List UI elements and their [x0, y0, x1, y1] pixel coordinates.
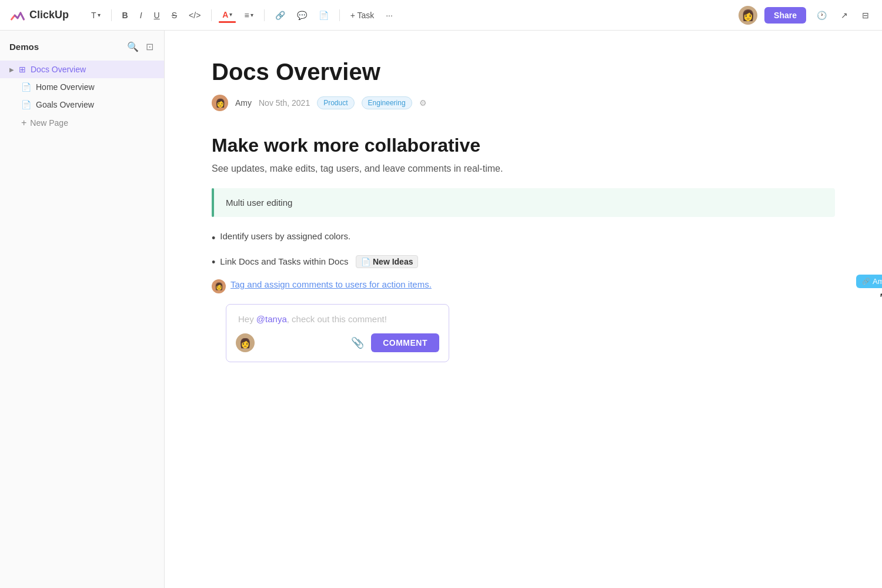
sidebar-item-home-overview[interactable]: 📄 Home Overview	[0, 78, 164, 96]
bullet-dot-1: •	[212, 232, 215, 245]
sidebar-new-page[interactable]: + New Page	[0, 113, 164, 132]
link-button[interactable]: 🔗	[272, 8, 289, 22]
sidebar-item-label: Goals Overview	[36, 100, 94, 109]
bold-button[interactable]: B	[119, 8, 132, 22]
amy-tooltip-label: Amy	[873, 277, 882, 286]
layout-button[interactable]: ⊟	[858, 8, 873, 22]
doc-title: Docs Overview	[212, 59, 835, 85]
bullet-dot-2: •	[212, 256, 215, 269]
comment-toolbar-button[interactable]: 💬	[293, 8, 310, 22]
bullet-list: • Identify users by assigned colors. • L…	[212, 231, 835, 293]
tag-product[interactable]: Product	[317, 96, 354, 109]
block-quote: Multi user editing	[212, 188, 835, 217]
attachment-button[interactable]: 📄	[315, 8, 332, 22]
sidebar-search-button[interactable]: 🔍	[126, 40, 140, 54]
author-avatar: 👩	[212, 95, 228, 111]
toolbar-divider-4	[339, 9, 340, 21]
sidebar-item-label: Docs Overview	[31, 65, 86, 74]
sidebar-item-label: Home Overview	[36, 82, 95, 92]
sidebar-item-docs-overview[interactable]: ▶ ⊞ Docs Overview	[0, 61, 164, 78]
underline-button[interactable]: U	[151, 8, 163, 22]
bullet-text-2: Link Docs and Tasks within Docs 📄 New Id…	[220, 255, 418, 268]
document-content: Docs Overview 👩 Amy Nov 5th, 2021 Produc…	[165, 31, 882, 588]
app-logo[interactable]: ClickUp	[9, 7, 69, 24]
attach-icon[interactable]: 📎	[351, 336, 364, 349]
sidebar: Demos 🔍 ⊡ ▶ ⊞ Docs Overview 📄 Home Overv…	[0, 31, 165, 588]
clickup-logo-icon	[9, 7, 26, 24]
app-name: ClickUp	[29, 9, 69, 21]
doc-author: Amy	[235, 98, 252, 108]
expand-button[interactable]: ↗	[837, 8, 851, 22]
add-task-button[interactable]: + Task	[347, 8, 378, 22]
workspace-title: Demos	[9, 42, 39, 52]
font-color-button[interactable]: A ▾	[219, 8, 236, 23]
comment-box: Hey @tanya, check out this comment! 👩 📎 …	[226, 304, 449, 362]
user-avatar[interactable]: 👩	[739, 6, 757, 25]
toolbar-divider-3	[264, 9, 265, 21]
sidebar-docs-icon: ⊞	[19, 65, 26, 74]
comment-mention: @tanya	[256, 314, 287, 324]
bullet-item-2: • Link Docs and Tasks within Docs 📄 New …	[212, 255, 835, 269]
new-page-plus-icon: +	[21, 118, 26, 128]
sidebar-header-icons: 🔍 ⊡	[126, 40, 155, 54]
sidebar-page-icon-1: 📄	[21, 82, 31, 92]
amy-tooltip-link-icon: 🔗	[862, 278, 870, 285]
doc-meta: 👩 Amy Nov 5th, 2021 Product Engineering …	[212, 95, 835, 111]
comment-actions: 📎 COMMENT	[351, 333, 439, 352]
tag-engineering[interactable]: Engineering	[362, 96, 412, 109]
sidebar-arrow-icon: ▶	[9, 66, 14, 73]
comment-submit-button[interactable]: COMMENT	[371, 333, 439, 352]
more-options-button[interactable]: ···	[382, 8, 396, 22]
sidebar-header: Demos 🔍 ⊡	[0, 40, 164, 61]
sidebar-item-goals-overview[interactable]: 📄 Goals Overview	[0, 96, 164, 113]
align-button[interactable]: ≡ ▾	[240, 8, 256, 22]
sidebar-collapse-button[interactable]: ⊡	[145, 40, 155, 54]
main-layout: Demos 🔍 ⊡ ▶ ⊞ Docs Overview 📄 Home Overv…	[0, 31, 882, 588]
toolbar-divider-1	[111, 9, 112, 21]
history-button[interactable]: 🕐	[813, 8, 830, 22]
italic-button[interactable]: I	[136, 8, 146, 22]
doc-date: Nov 5th, 2021	[259, 98, 310, 108]
color-underline	[219, 21, 236, 23]
tag-settings-icon[interactable]: ⚙	[419, 98, 427, 108]
comment-input[interactable]: Hey @tanya, check out this comment!	[236, 314, 439, 324]
section-subtitle: See updates, make edits, tag users, and …	[212, 163, 835, 174]
strikethrough-button[interactable]: S	[168, 8, 181, 22]
block-quote-content: Multi user editing	[214, 188, 835, 217]
section-heading: Make work more collaborative	[212, 135, 835, 156]
bullet-item-3: 👩 Tag and assign comments to users for a…	[212, 279, 835, 293]
bullet-item-1: • Identify users by assigned colors.	[212, 231, 835, 245]
toolbar: ClickUp T ▾ B I U S </> A ▾ ≡ ▾ 🔗 💬 📄 + …	[0, 0, 882, 31]
cursor-icon: ↖	[879, 290, 882, 303]
new-page-label: New Page	[30, 118, 68, 128]
doc-link[interactable]: 📄 New Ideas	[356, 255, 418, 268]
share-button[interactable]: Share	[764, 7, 806, 24]
bullet-text-1: Identify users by assigned colors.	[220, 231, 350, 241]
comment-avatar: 👩	[236, 333, 255, 352]
toolbar-divider-2	[211, 9, 212, 21]
code-button[interactable]: </>	[185, 8, 204, 22]
sidebar-page-icon-2: 📄	[21, 100, 31, 109]
bullet-text-3: Tag and assign comments to users for act…	[230, 279, 432, 289]
bullet-avatar: 👩	[212, 279, 226, 293]
doc-link-icon: 📄	[361, 258, 370, 266]
text-format-button[interactable]: T ▾	[88, 8, 104, 22]
toolbar-right: 👩 Share 🕐 ↗ ⊟	[739, 6, 873, 25]
comment-footer: 👩 📎 COMMENT	[236, 333, 439, 352]
highlight-text: Tag and assign comments to users for act…	[230, 279, 432, 289]
amy-tooltip: 🔗 Amy	[856, 275, 882, 288]
